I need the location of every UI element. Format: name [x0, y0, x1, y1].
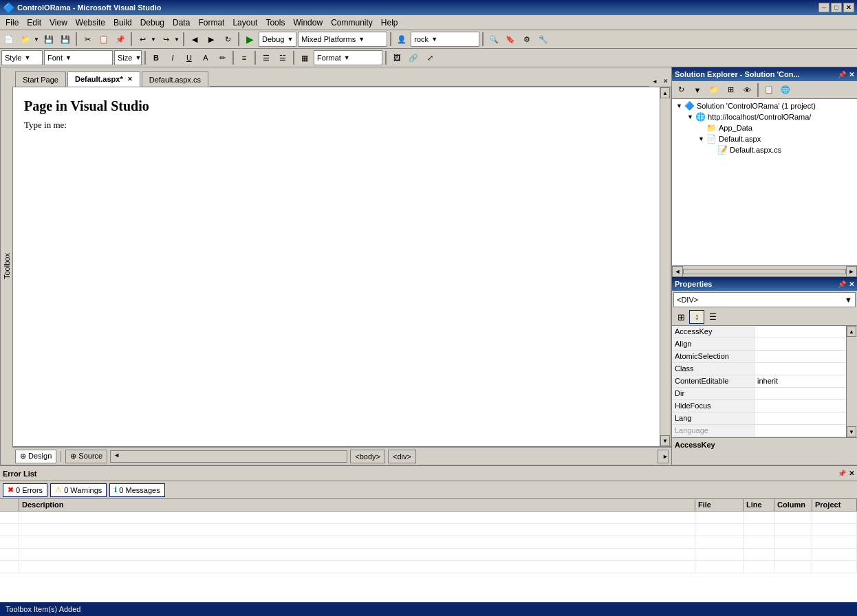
- platform-dropdown[interactable]: Mixed Platforms ▼: [298, 32, 387, 47]
- scroll-up-btn[interactable]: ▲: [660, 87, 670, 98]
- ordered-list-btn[interactable]: ☱: [275, 50, 290, 65]
- error-pin-btn[interactable]: 📌: [838, 470, 846, 477]
- prop-scroll-up-btn[interactable]: ▲: [847, 326, 856, 337]
- minimize-button[interactable]: ─: [818, 3, 829, 12]
- prop-row-class[interactable]: Class: [672, 363, 846, 375]
- underline-btn[interactable]: U: [182, 50, 197, 65]
- tools-btn[interactable]: 🔧: [536, 32, 551, 47]
- copy-btn[interactable]: 📋: [96, 32, 111, 47]
- tab-default-aspx[interactable]: Default.aspx* ✕: [67, 72, 140, 87]
- insert-table-btn[interactable]: ▦: [297, 50, 312, 65]
- prop-close-icon[interactable]: ✕: [849, 280, 854, 288]
- editor-inner[interactable]: Page in Visual Studio Type in me:: [13, 87, 671, 446]
- tab-start-page[interactable]: Start Page: [15, 72, 66, 87]
- error-col-file[interactable]: File: [695, 499, 744, 511]
- error-col-desc[interactable]: Description: [19, 499, 695, 511]
- prop-row-align[interactable]: Align: [672, 338, 846, 351]
- se-new-folder-btn[interactable]: 📁: [706, 82, 722, 98]
- tab-close-btn[interactable]: ✕: [660, 76, 671, 87]
- open-dropdown-btn[interactable]: ▼: [33, 32, 40, 47]
- source-btn[interactable]: ⊕ Source: [65, 450, 107, 463]
- font-color-btn[interactable]: A: [198, 50, 213, 65]
- toolbox-sidebar[interactable]: Toolbox: [0, 67, 12, 465]
- paste-btn[interactable]: 📌: [113, 32, 128, 47]
- se-properties-btn[interactable]: ⊞: [723, 82, 738, 98]
- scroll-down-btn[interactable]: ▼: [660, 435, 670, 446]
- menu-edit[interactable]: Edit: [23, 16, 45, 29]
- se-default-aspx-item[interactable]: ▼ 📄 Default.aspx: [673, 133, 856, 144]
- highlight-btn[interactable]: ✏: [215, 50, 230, 65]
- menu-window[interactable]: Window: [289, 16, 327, 29]
- se-hscroll[interactable]: ◄ ►: [672, 265, 857, 276]
- link-btn[interactable]: 🔗: [406, 50, 421, 65]
- errors-filter-btn[interactable]: ✖ 0 Errors: [3, 483, 47, 497]
- se-app-data-item[interactable]: 📁 App_Data: [673, 122, 856, 133]
- error-col-line[interactable]: Line: [744, 499, 774, 511]
- menu-file[interactable]: File: [1, 16, 23, 29]
- se-filter-btn[interactable]: ▼: [690, 82, 705, 98]
- prop-vscrollbar[interactable]: ▲ ▼: [846, 326, 857, 437]
- debug-mode-dropdown[interactable]: Debug ▼: [259, 32, 296, 47]
- nav-prev[interactable]: ◄: [113, 452, 120, 459]
- redo-btn[interactable]: ↪: [158, 32, 173, 47]
- bold-btn[interactable]: B: [149, 50, 164, 65]
- prop-categorized-btn[interactable]: ⊞: [673, 310, 688, 324]
- menu-tools[interactable]: Tools: [261, 16, 289, 29]
- cut-btn[interactable]: ✂: [80, 32, 95, 47]
- messages-filter-btn[interactable]: ℹ 0 Messages: [109, 483, 164, 497]
- menu-website[interactable]: Website: [72, 16, 109, 29]
- menu-community[interactable]: Community: [327, 16, 377, 29]
- prop-row-lang[interactable]: Lang: [672, 412, 846, 425]
- error-close-btn[interactable]: ✕: [849, 470, 854, 477]
- prop-row-accesskey[interactable]: AccessKey: [672, 326, 846, 338]
- size-dropdown[interactable]: Size▼: [114, 50, 142, 65]
- se-project-item[interactable]: ▼ 🌐 http://localhost/ControlORama/: [673, 111, 856, 122]
- se-refresh-btn[interactable]: ↻: [673, 82, 688, 98]
- se-scroll-left-btn[interactable]: ◄: [672, 266, 683, 277]
- menu-debug[interactable]: Debug: [136, 16, 169, 29]
- search-btn[interactable]: 🔍: [486, 32, 501, 47]
- se-web-btn[interactable]: 🌐: [778, 82, 793, 98]
- close-button[interactable]: ✕: [843, 3, 854, 12]
- undo-btn[interactable]: ↩: [135, 32, 150, 47]
- list-btn[interactable]: ☰: [259, 50, 274, 65]
- refresh-btn[interactable]: ↻: [220, 32, 235, 47]
- align-btn[interactable]: ≡: [237, 50, 252, 65]
- prop-scroll-down-btn[interactable]: ▼: [847, 426, 856, 437]
- editor-body[interactable]: Type in me:: [24, 120, 660, 131]
- menu-format[interactable]: Format: [194, 16, 228, 29]
- prop-element-selector[interactable]: <DIV> ▼: [673, 292, 856, 307]
- undo-dropdown-btn[interactable]: ▼: [150, 32, 157, 47]
- back-btn[interactable]: ◀: [187, 32, 202, 47]
- tab-close-icon[interactable]: ✕: [127, 76, 133, 82]
- error-col-project[interactable]: Project: [812, 499, 857, 511]
- menu-help[interactable]: Help: [377, 16, 402, 29]
- redo-dropdown-btn[interactable]: ▼: [173, 32, 180, 47]
- new-project-btn[interactable]: 📄: [1, 32, 17, 47]
- se-view-btn[interactable]: 👁: [739, 82, 755, 98]
- profile-dropdown[interactable]: rock ▼: [411, 32, 479, 47]
- format-dropdown2[interactable]: Format▼: [314, 50, 382, 65]
- se-hscroll-track[interactable]: [683, 269, 846, 274]
- error-col-column[interactable]: Column: [774, 499, 812, 511]
- forward-btn[interactable]: ▶: [204, 32, 219, 47]
- design-btn[interactable]: ⊕ Design: [15, 450, 56, 463]
- prop-row-dir[interactable]: Dir: [672, 388, 846, 400]
- prop-pin-icon[interactable]: 📌: [838, 280, 846, 288]
- open-btn[interactable]: 📁: [18, 32, 33, 47]
- prop-properties-btn[interactable]: ☰: [705, 310, 720, 324]
- font-dropdown[interactable]: Font▼: [44, 50, 113, 65]
- prop-row-language[interactable]: Language: [672, 425, 846, 437]
- save-all-btn[interactable]: 💾: [58, 32, 73, 47]
- prop-row-contenteditable[interactable]: ContentEditable inherit: [672, 375, 846, 388]
- menu-layout[interactable]: Layout: [228, 16, 261, 29]
- menu-view[interactable]: View: [45, 16, 72, 29]
- se-solution-item[interactable]: ▼ 🔷 Solution 'ControlORama' (1 project): [673, 100, 856, 111]
- prop-row-atomicselection[interactable]: AtomicSelection: [672, 351, 846, 363]
- tab-scroll-left[interactable]: ◄: [649, 76, 660, 87]
- italic-btn[interactable]: I: [165, 50, 180, 65]
- prop-row-hidefocus[interactable]: HideFocus: [672, 400, 846, 412]
- tag-scroll-right[interactable]: ►: [658, 450, 669, 463]
- bookmark-btn[interactable]: 🔖: [503, 32, 518, 47]
- body-tag-label[interactable]: <body>: [350, 450, 385, 463]
